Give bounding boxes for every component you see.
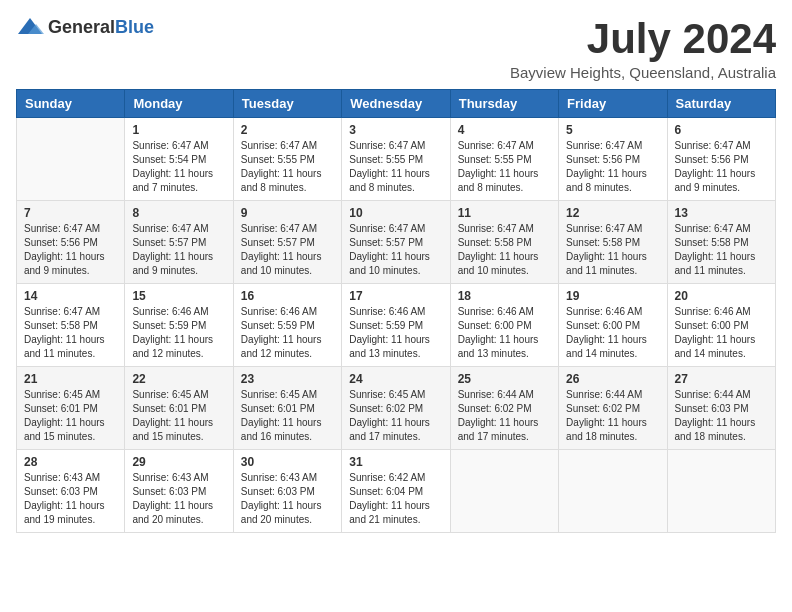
cell-text-line: Daylight: 11 hours and 10 minutes. — [349, 250, 442, 278]
day-number: 23 — [241, 372, 334, 386]
weekday-header-cell: Friday — [559, 90, 667, 118]
cell-text-line: Sunrise: 6:47 AM — [566, 222, 659, 236]
cell-text-line: Sunset: 5:58 PM — [675, 236, 768, 250]
cell-text-line: Sunset: 6:00 PM — [458, 319, 551, 333]
calendar-cell: 14Sunrise: 6:47 AMSunset: 5:58 PMDayligh… — [17, 284, 125, 367]
day-number: 19 — [566, 289, 659, 303]
cell-text-line: Daylight: 11 hours and 17 minutes. — [349, 416, 442, 444]
cell-text-line: Daylight: 11 hours and 18 minutes. — [566, 416, 659, 444]
page-header: GeneralBlue July 2024 Bayview Heights, Q… — [16, 16, 776, 81]
cell-text-line: Daylight: 11 hours and 8 minutes. — [241, 167, 334, 195]
day-number: 20 — [675, 289, 768, 303]
calendar-cell: 5Sunrise: 6:47 AMSunset: 5:56 PMDaylight… — [559, 118, 667, 201]
cell-text-line: Daylight: 11 hours and 9 minutes. — [132, 250, 225, 278]
day-number: 31 — [349, 455, 442, 469]
day-number: 28 — [24, 455, 117, 469]
cell-text-line: Sunrise: 6:46 AM — [349, 305, 442, 319]
cell-text-line: Sunset: 5:56 PM — [24, 236, 117, 250]
cell-text-line: Daylight: 11 hours and 19 minutes. — [24, 499, 117, 527]
day-number: 11 — [458, 206, 551, 220]
cell-text-line: Daylight: 11 hours and 20 minutes. — [241, 499, 334, 527]
weekday-header-row: SundayMondayTuesdayWednesdayThursdayFrid… — [17, 90, 776, 118]
cell-text-line: Sunrise: 6:45 AM — [24, 388, 117, 402]
cell-text-line: Sunset: 5:56 PM — [675, 153, 768, 167]
day-number: 30 — [241, 455, 334, 469]
calendar-cell: 23Sunrise: 6:45 AMSunset: 6:01 PMDayligh… — [233, 367, 341, 450]
calendar-cell: 28Sunrise: 6:43 AMSunset: 6:03 PMDayligh… — [17, 450, 125, 533]
calendar-week-row: 21Sunrise: 6:45 AMSunset: 6:01 PMDayligh… — [17, 367, 776, 450]
cell-text-line: Sunrise: 6:47 AM — [241, 222, 334, 236]
cell-text-line: Daylight: 11 hours and 12 minutes. — [241, 333, 334, 361]
calendar-week-row: 28Sunrise: 6:43 AMSunset: 6:03 PMDayligh… — [17, 450, 776, 533]
cell-text-line: Sunset: 5:55 PM — [458, 153, 551, 167]
cell-text-line: Sunset: 6:03 PM — [132, 485, 225, 499]
calendar-cell: 13Sunrise: 6:47 AMSunset: 5:58 PMDayligh… — [667, 201, 775, 284]
calendar-cell: 11Sunrise: 6:47 AMSunset: 5:58 PMDayligh… — [450, 201, 558, 284]
cell-text-line: Sunset: 5:58 PM — [566, 236, 659, 250]
cell-text-line: Daylight: 11 hours and 12 minutes. — [132, 333, 225, 361]
calendar-cell: 18Sunrise: 6:46 AMSunset: 6:00 PMDayligh… — [450, 284, 558, 367]
logo-general-text: General — [48, 17, 115, 37]
calendar-cell: 3Sunrise: 6:47 AMSunset: 5:55 PMDaylight… — [342, 118, 450, 201]
day-number: 3 — [349, 123, 442, 137]
calendar-cell — [450, 450, 558, 533]
cell-text-line: Sunset: 5:56 PM — [566, 153, 659, 167]
calendar-cell: 7Sunrise: 6:47 AMSunset: 5:56 PMDaylight… — [17, 201, 125, 284]
cell-text-line: Sunrise: 6:45 AM — [349, 388, 442, 402]
cell-text-line: Sunset: 5:59 PM — [349, 319, 442, 333]
cell-text-line: Daylight: 11 hours and 9 minutes. — [675, 167, 768, 195]
cell-text-line: Sunrise: 6:42 AM — [349, 471, 442, 485]
calendar-cell: 4Sunrise: 6:47 AMSunset: 5:55 PMDaylight… — [450, 118, 558, 201]
day-number: 18 — [458, 289, 551, 303]
day-number: 9 — [241, 206, 334, 220]
cell-text-line: Sunset: 6:03 PM — [24, 485, 117, 499]
calendar-cell: 21Sunrise: 6:45 AMSunset: 6:01 PMDayligh… — [17, 367, 125, 450]
cell-text-line: Daylight: 11 hours and 17 minutes. — [458, 416, 551, 444]
calendar-cell: 12Sunrise: 6:47 AMSunset: 5:58 PMDayligh… — [559, 201, 667, 284]
weekday-header-cell: Sunday — [17, 90, 125, 118]
cell-text-line: Sunset: 6:01 PM — [132, 402, 225, 416]
day-number: 26 — [566, 372, 659, 386]
cell-text-line: Daylight: 11 hours and 16 minutes. — [241, 416, 334, 444]
day-number: 15 — [132, 289, 225, 303]
day-number: 8 — [132, 206, 225, 220]
calendar-cell: 17Sunrise: 6:46 AMSunset: 5:59 PMDayligh… — [342, 284, 450, 367]
calendar-cell: 26Sunrise: 6:44 AMSunset: 6:02 PMDayligh… — [559, 367, 667, 450]
cell-text-line: Sunset: 6:03 PM — [241, 485, 334, 499]
cell-text-line: Sunset: 5:58 PM — [458, 236, 551, 250]
calendar-cell: 30Sunrise: 6:43 AMSunset: 6:03 PMDayligh… — [233, 450, 341, 533]
day-number: 29 — [132, 455, 225, 469]
calendar-cell: 6Sunrise: 6:47 AMSunset: 5:56 PMDaylight… — [667, 118, 775, 201]
cell-text-line: Daylight: 11 hours and 9 minutes. — [24, 250, 117, 278]
cell-text-line: Sunrise: 6:47 AM — [132, 222, 225, 236]
day-number: 14 — [24, 289, 117, 303]
cell-text-line: Sunset: 6:00 PM — [675, 319, 768, 333]
calendar-cell: 29Sunrise: 6:43 AMSunset: 6:03 PMDayligh… — [125, 450, 233, 533]
calendar-week-row: 1Sunrise: 6:47 AMSunset: 5:54 PMDaylight… — [17, 118, 776, 201]
cell-text-line: Sunrise: 6:47 AM — [675, 139, 768, 153]
cell-text-line: Sunset: 5:54 PM — [132, 153, 225, 167]
cell-text-line: Sunrise: 6:44 AM — [458, 388, 551, 402]
day-number: 22 — [132, 372, 225, 386]
weekday-header-cell: Monday — [125, 90, 233, 118]
cell-text-line: Sunrise: 6:46 AM — [132, 305, 225, 319]
calendar-week-row: 7Sunrise: 6:47 AMSunset: 5:56 PMDaylight… — [17, 201, 776, 284]
cell-text-line: Sunrise: 6:47 AM — [349, 139, 442, 153]
day-number: 7 — [24, 206, 117, 220]
calendar-cell: 24Sunrise: 6:45 AMSunset: 6:02 PMDayligh… — [342, 367, 450, 450]
calendar-cell: 16Sunrise: 6:46 AMSunset: 5:59 PMDayligh… — [233, 284, 341, 367]
cell-text-line: Sunset: 5:58 PM — [24, 319, 117, 333]
cell-text-line: Sunrise: 6:46 AM — [566, 305, 659, 319]
weekday-header-cell: Thursday — [450, 90, 558, 118]
title-block: July 2024 Bayview Heights, Queensland, A… — [510, 16, 776, 81]
cell-text-line: Sunset: 5:55 PM — [241, 153, 334, 167]
cell-text-line: Sunset: 6:01 PM — [241, 402, 334, 416]
calendar-cell — [667, 450, 775, 533]
cell-text-line: Daylight: 11 hours and 11 minutes. — [566, 250, 659, 278]
cell-text-line: Sunset: 5:57 PM — [349, 236, 442, 250]
calendar-cell: 25Sunrise: 6:44 AMSunset: 6:02 PMDayligh… — [450, 367, 558, 450]
cell-text-line: Sunrise: 6:47 AM — [132, 139, 225, 153]
month-title: July 2024 — [510, 16, 776, 62]
cell-text-line: Sunset: 6:02 PM — [566, 402, 659, 416]
cell-text-line: Daylight: 11 hours and 10 minutes. — [241, 250, 334, 278]
